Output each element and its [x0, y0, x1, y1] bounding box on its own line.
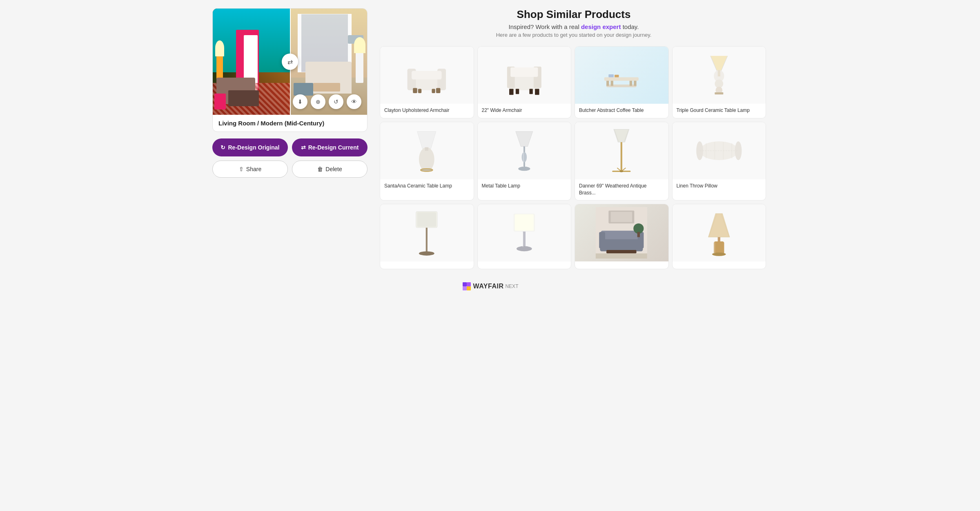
svg-rect-14	[516, 89, 519, 94]
product-card-p5[interactable]: SantaAna Ceramic Table Lamp	[380, 122, 474, 201]
svg-rect-71	[637, 232, 640, 237]
svg-rect-76	[714, 241, 724, 254]
image-controls: ⬇ ⊕ ↺ 👁	[293, 94, 361, 109]
redesign-current-icon: ⇄	[301, 144, 306, 151]
secondary-buttons-row: ⇧ Share 🗑 Delete	[212, 161, 368, 178]
before-image	[213, 9, 290, 115]
wayfair-logo: WAYFAIR NEXT	[462, 281, 519, 291]
product-card-p10[interactable]	[477, 204, 572, 269]
footer: WAYFAIR NEXT	[462, 281, 519, 291]
logo-text: WAYFAIR	[473, 283, 504, 290]
svg-rect-21	[611, 81, 613, 86]
product-image-p10	[478, 204, 571, 261]
svg-point-37	[521, 152, 527, 162]
product-image-p7	[575, 122, 668, 179]
download-button[interactable]: ⬇	[293, 94, 307, 109]
svg-rect-23	[609, 74, 614, 77]
right-panel: Shop Similar Products Inspired? Work wit…	[380, 8, 768, 269]
product-card-p4[interactable]: Triple Gourd Ceramic Table Lamp	[672, 46, 766, 118]
product-name-p5: SantaAna Ceramic Table Lamp	[380, 179, 474, 194]
svg-rect-58	[515, 214, 534, 231]
product-name-p3: Butcher Abstract Coffee Table	[575, 104, 668, 118]
product-name-p6: Metal Table Lamp	[478, 179, 571, 194]
redesign-original-button[interactable]: ↻ Re-Design Original	[212, 138, 288, 156]
product-card-p12[interactable]	[672, 204, 766, 269]
main-container: ⇄ ⬇ ⊕ ↺ 👁 Living Room / Modern (Mid-Cent…	[204, 8, 776, 269]
product-card-p3[interactable]: Butcher Abstract Coffee Table	[575, 46, 669, 118]
left-panel: ⇄ ⬇ ⊕ ↺ 👁 Living Room / Modern (Mid-Cent…	[212, 8, 368, 178]
svg-point-77	[712, 253, 726, 256]
svg-rect-19	[606, 81, 609, 86]
shop-title: Shop Similar Products	[380, 8, 768, 21]
svg-rect-40	[621, 142, 622, 171]
redesign-original-label: Re-Design Original	[228, 144, 279, 151]
svg-rect-6	[418, 89, 421, 94]
redesign-buttons-row: ↻ Re-Design Original ⇄ Re-Design Current	[212, 138, 368, 156]
svg-rect-4	[413, 88, 418, 94]
product-image-p12	[673, 204, 766, 261]
svg-rect-31	[718, 70, 720, 76]
svg-rect-24	[615, 75, 619, 77]
product-image-p1	[380, 47, 474, 104]
svg-rect-79	[463, 282, 467, 286]
product-card-p9[interactable]	[380, 204, 474, 269]
share-label: Share	[246, 166, 261, 172]
zoom-button[interactable]: ⊕	[311, 94, 325, 109]
svg-rect-11	[510, 67, 538, 77]
shop-subtitle: Inspired? Work with a real design expert…	[380, 23, 768, 30]
design-expert-link[interactable]: design expert	[581, 23, 621, 30]
product-name-p10	[478, 261, 571, 269]
product-name-p7: Danner 69" Weathered Antique Brass...	[575, 179, 668, 201]
swap-button[interactable]: ⇄	[282, 54, 298, 70]
product-image-p2	[478, 47, 571, 104]
svg-rect-3	[412, 71, 442, 80]
svg-rect-22	[630, 81, 632, 86]
svg-rect-13	[535, 89, 539, 95]
svg-rect-20	[634, 81, 637, 86]
product-card-p11[interactable]	[575, 204, 669, 269]
product-image-p8	[673, 122, 766, 179]
shop-description: Here are a few products to get you start…	[380, 32, 768, 38]
product-name-p8: Linen Throw Pillow	[673, 179, 766, 194]
redesign-current-label: Re-Design Current	[308, 144, 359, 151]
product-name-p12	[673, 261, 766, 269]
svg-rect-72	[596, 254, 647, 259]
action-buttons: ↻ Re-Design Original ⇄ Re-Design Current…	[212, 138, 368, 178]
svg-rect-67	[599, 232, 606, 248]
product-card-p8[interactable]: Linen Throw Pillow	[672, 122, 766, 201]
svg-rect-17	[604, 77, 639, 80]
subtitle-suffix: today.	[623, 23, 639, 30]
product-image-p5	[380, 122, 474, 179]
products-grid: Clayton Upholstered Armchair	[380, 46, 768, 269]
product-card-p6[interactable]: Metal Table Lamp	[477, 122, 572, 201]
product-card-p1[interactable]: Clayton Upholstered Armchair	[380, 46, 474, 118]
delete-label: Delete	[325, 166, 342, 172]
svg-rect-12	[509, 89, 514, 95]
svg-rect-55	[426, 228, 428, 254]
svg-rect-81	[463, 286, 467, 290]
wayfair-logo-icon	[462, 281, 472, 291]
svg-rect-30	[715, 92, 723, 94]
svg-rect-16	[596, 49, 647, 101]
refresh-button[interactable]: ↺	[329, 94, 343, 109]
svg-point-60	[517, 246, 532, 252]
share-icon: ⇧	[239, 166, 244, 172]
svg-point-56	[419, 252, 434, 256]
product-card-p7[interactable]: Danner 69" Weathered Antique Brass...	[575, 122, 669, 201]
product-name-p1: Clayton Upholstered Armchair	[380, 104, 474, 118]
image-title: Living Room / Modern (Mid-Century)	[213, 115, 367, 132]
redesign-current-button[interactable]: ⇄ Re-Design Current	[292, 138, 368, 156]
product-name-p9	[380, 261, 474, 269]
product-card-p2[interactable]: 22" Wide Armchair	[477, 46, 572, 118]
share-button[interactable]: ⇧ Share	[212, 161, 288, 178]
svg-rect-82	[467, 286, 471, 290]
product-name-p4: Triple Gourd Ceramic Table Lamp	[673, 104, 766, 118]
product-image-p9	[380, 204, 474, 261]
redesign-original-icon: ↻	[220, 144, 225, 151]
product-name-p2: 22" Wide Armchair	[478, 104, 571, 118]
logo-next: NEXT	[505, 283, 518, 289]
svg-rect-15	[529, 89, 532, 94]
delete-button[interactable]: 🗑 Delete	[292, 161, 368, 178]
shop-header: Shop Similar Products Inspired? Work wit…	[380, 8, 768, 38]
view-button[interactable]: 👁	[347, 94, 361, 109]
